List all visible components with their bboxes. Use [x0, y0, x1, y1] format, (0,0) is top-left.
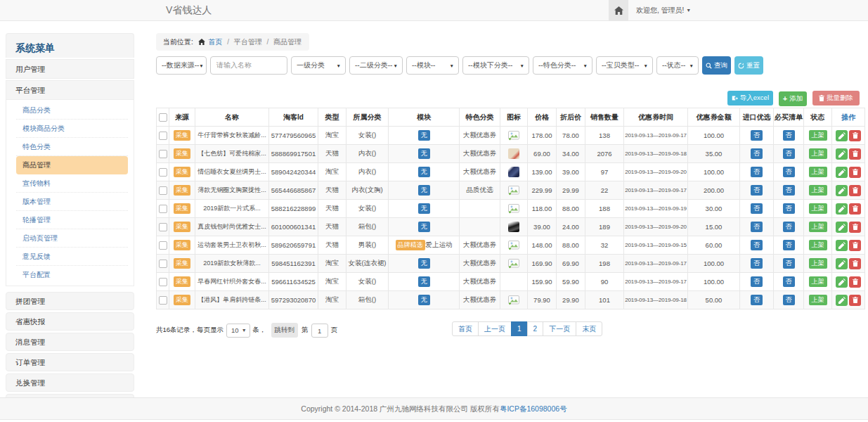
nav-home-button[interactable] [609, 0, 628, 20]
status-toggle[interactable]: 上架 [809, 130, 827, 141]
sidebar-section-省惠快报[interactable]: 省惠快报 [6, 312, 134, 331]
sidebar-item-特色分类[interactable]: 特色分类 [16, 138, 128, 156]
jump-button[interactable]: 跳转到 [271, 323, 299, 338]
edit-button[interactable] [836, 167, 848, 178]
status-toggle[interactable]: 上架 [809, 222, 827, 232]
sidebar-item-启动页管理[interactable]: 启动页管理 [16, 229, 128, 248]
row-checkbox[interactable] [159, 150, 167, 158]
filter-select-模块[interactable]: --模块--▼ [406, 56, 459, 75]
page-button-上一页[interactable]: 上一页 [478, 321, 512, 336]
must-buy-toggle[interactable]: 否 [783, 295, 795, 305]
sidebar-item-商品管理[interactable]: 商品管理 [16, 156, 128, 174]
filter-select-data-source[interactable]: --数据来源--▼ [156, 56, 207, 75]
delete-button[interactable] [849, 222, 861, 233]
row-checkbox[interactable] [159, 205, 167, 213]
delete-button[interactable] [849, 258, 861, 269]
status-toggle[interactable]: 上架 [809, 148, 827, 159]
edit-button[interactable] [836, 130, 848, 141]
edit-button[interactable] [836, 240, 848, 251]
import-select-toggle[interactable]: 否 [751, 130, 763, 141]
status-toggle[interactable]: 上架 [809, 295, 827, 305]
sidebar-item-模块商品分类[interactable]: 模块商品分类 [16, 120, 128, 138]
status-toggle[interactable]: 上架 [809, 203, 827, 214]
filter-select-状态[interactable]: --状态--▼ [656, 56, 699, 75]
row-checkbox[interactable] [159, 223, 167, 231]
row-checkbox[interactable] [159, 260, 167, 268]
import-select-toggle[interactable]: 否 [751, 295, 763, 305]
page-button-首页[interactable]: 首页 [452, 321, 479, 336]
delete-button[interactable] [849, 167, 861, 178]
reset-button[interactable]: 重置 [734, 56, 763, 75]
status-toggle[interactable]: 上架 [809, 276, 827, 287]
delete-button[interactable] [849, 185, 861, 196]
sidebar-section-兑换管理[interactable]: 兑换管理 [6, 373, 134, 392]
sidebar-item-商品分类[interactable]: 商品分类 [16, 101, 128, 120]
user-dropdown[interactable]: 欢迎您, 管理员! ▼ [636, 0, 691, 20]
page-button-2[interactable]: 2 [527, 321, 544, 336]
import-select-toggle[interactable]: 否 [751, 203, 763, 214]
sidebar-section-拼团管理[interactable]: 拼团管理 [6, 292, 134, 310]
sidebar-section-平台管理[interactable]: 平台管理 [6, 80, 134, 100]
sidebar-section-订单管理[interactable]: 订单管理 [6, 353, 134, 371]
row-checkbox[interactable] [159, 132, 167, 140]
must-buy-toggle[interactable]: 否 [783, 222, 795, 232]
import-select-toggle[interactable]: 否 [751, 167, 763, 177]
must-buy-toggle[interactable]: 否 [783, 148, 795, 159]
filter-select-一级分类[interactable]: 一级分类▼ [291, 56, 346, 75]
sidebar-section-用户管理[interactable]: 用户管理 [6, 59, 134, 79]
must-buy-toggle[interactable]: 否 [783, 258, 795, 269]
import-select-toggle[interactable]: 否 [751, 276, 763, 287]
must-buy-toggle[interactable]: 否 [783, 185, 795, 196]
page-size-select[interactable]: 10▼ [226, 324, 250, 338]
add-button[interactable]: + 添加 [779, 91, 807, 106]
edit-button[interactable] [836, 185, 848, 196]
import-select-toggle[interactable]: 否 [751, 258, 763, 269]
select-all-checkbox[interactable] [159, 113, 167, 122]
page-button-1[interactable]: 1 [511, 321, 528, 336]
page-number-input[interactable]: 1 [311, 324, 328, 338]
page-button-末页[interactable]: 末页 [576, 321, 602, 336]
row-checkbox[interactable] [159, 241, 167, 250]
delete-button[interactable] [849, 240, 861, 251]
import-select-toggle[interactable]: 否 [751, 222, 763, 232]
edit-button[interactable] [836, 222, 848, 233]
import-select-toggle[interactable]: 否 [751, 240, 763, 250]
name-search-input[interactable]: 请输入名称 [210, 56, 287, 75]
import-select-toggle[interactable]: 否 [751, 148, 763, 159]
must-buy-toggle[interactable]: 否 [783, 240, 795, 250]
row-checkbox[interactable] [159, 168, 167, 177]
row-checkbox[interactable] [159, 278, 167, 286]
sidebar-item-轮播管理[interactable]: 轮播管理 [16, 211, 128, 229]
filter-select-宝贝类型[interactable]: --宝贝类型--▼ [596, 56, 653, 75]
must-buy-toggle[interactable]: 否 [783, 167, 795, 177]
icp-link[interactable]: 粤ICP备16098006号 [500, 404, 567, 413]
row-checkbox[interactable] [159, 296, 167, 305]
sidebar-item-版本管理[interactable]: 版本管理 [16, 193, 128, 211]
row-checkbox[interactable] [159, 186, 167, 195]
search-button[interactable]: 查询 [702, 56, 731, 75]
delete-button[interactable] [849, 148, 861, 160]
edit-button[interactable] [836, 276, 848, 288]
breadcrumb-home-link[interactable]: 首页 [208, 38, 222, 46]
must-buy-toggle[interactable]: 否 [783, 130, 795, 141]
status-toggle[interactable]: 上架 [809, 185, 827, 196]
import-select-toggle[interactable]: 否 [751, 185, 763, 196]
edit-button[interactable] [836, 258, 848, 269]
status-toggle[interactable]: 上架 [809, 240, 827, 250]
sidebar-section-消息管理[interactable]: 消息管理 [6, 333, 134, 351]
delete-button[interactable] [849, 276, 861, 288]
batch-delete-button[interactable]: 批量删除 [812, 91, 860, 106]
edit-button[interactable] [836, 203, 848, 215]
must-buy-toggle[interactable]: 否 [783, 203, 795, 214]
sidebar-item-宣传物料[interactable]: 宣传物料 [16, 174, 128, 193]
filter-select-二级分类[interactable]: --二级分类--▼ [349, 56, 403, 75]
page-button-下一页[interactable]: 下一页 [543, 321, 576, 336]
filter-select-特色分类[interactable]: --特色分类--▼ [533, 56, 592, 75]
delete-button[interactable] [849, 130, 861, 141]
status-toggle[interactable]: 上架 [809, 258, 827, 269]
sidebar-item-平台配置[interactable]: 平台配置 [16, 266, 128, 284]
edit-button[interactable] [836, 148, 848, 160]
edit-button[interactable] [836, 295, 848, 306]
must-buy-toggle[interactable]: 否 [783, 276, 795, 287]
import-excel-button[interactable]: 导入excel [727, 91, 773, 106]
